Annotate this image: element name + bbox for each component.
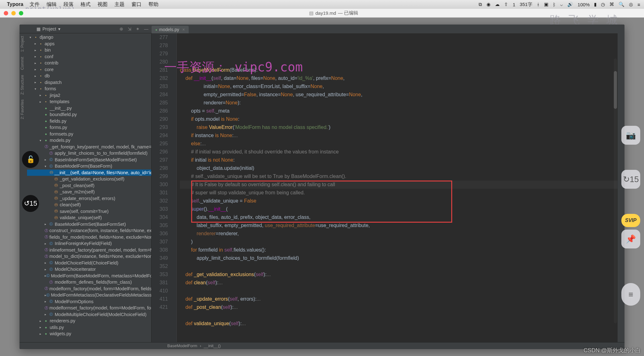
tree-item[interactable]: ⒸModelForm(BaseModelForm, metaclass=Mode… [27,273,151,279]
code-line[interactable]: def _post_clean(self):... [180,303,618,311]
bluetooth-icon[interactable]: ᛒ [553,2,556,7]
code-line[interactable]: initial=None, error_class=ErrorList, lab… [180,82,618,91]
svip-badge[interactable]: SVIP [621,214,640,227]
siri-icon[interactable]: ◎ [629,2,633,7]
tree-item[interactable]: ▪core [27,66,151,73]
editor-tab-models[interactable]: ● models.py × [152,26,189,33]
code-line[interactable]: opts = self._meta [180,107,618,115]
code-line[interactable]: object_data.update(initial) [180,164,618,172]
battery-icon[interactable]: ▮ [594,2,597,7]
menu-format[interactable]: 格式 [80,1,91,8]
chevron-right-icon[interactable] [35,61,38,65]
code-line[interactable]: # It is False by default so overriding s… [180,181,618,189]
chevron-right-icon[interactable] [45,268,48,271]
tree-item[interactable]: ⓕapply_limit_choices_to_to_formfield(for… [27,150,151,157]
menu-window[interactable]: 窗口 [131,1,142,8]
menu-help[interactable]: 帮助 [148,1,158,8]
tree-item[interactable]: ⒸModelFormMetaclass(DeclarativeFieldsMet… [27,292,151,298]
spotlight-icon[interactable]: 🔍 [619,2,625,7]
tree-item[interactable]: ⓜvalidate_unique(self) [27,214,151,221]
code-line[interactable]: self._validate_unique = False [180,197,618,205]
chevron-right-icon[interactable] [35,74,38,78]
window-minimize-button[interactable] [11,11,16,15]
code-line[interactable]: empty_permitted=False, instance=None, us… [180,91,618,99]
code-line[interactable]: data, files, auto_id, prefix, object_dat… [180,213,618,221]
camera-button[interactable]: 📷 [621,126,640,145]
code-area[interactable]: class BaseModelForm(BaseForm): def __ini… [177,33,618,342]
chevron-right-icon[interactable] [40,100,43,103]
chevron-right-icon[interactable] [45,242,48,245]
tree-item[interactable]: ⒸBaseModelForm(BaseForm) [27,163,151,170]
tree-item[interactable]: ⒸBaseInlineFormSet(BaseModelFormSet) [27,157,151,163]
fold-column[interactable] [172,33,177,342]
chevron-down-icon[interactable] [30,36,33,39]
code-line[interactable]: apply_limit_choices_to_to_formfield(form… [180,254,618,262]
chevron-right-icon[interactable] [40,325,43,329]
tree-item[interactable]: ⓕmodel_to_dict(instance, fields=None, ex… [27,253,151,260]
code-line[interactable]: def __init__(self, data=None, files=None… [180,74,618,82]
tree-item[interactable]: ●widgets.py [27,331,151,337]
rail-favorites[interactable]: 2: Favorites [20,100,26,120]
upload-icon[interactable]: ⇧ [504,2,508,7]
tree-item[interactable]: ●models.py [27,137,151,144]
chevron-right-icon[interactable] [35,48,38,52]
vpn-icon[interactable]: ▣ [544,2,548,7]
tree-item[interactable]: ⓜ_get_validation_exclusions(self) [27,176,151,182]
code-line[interactable]: label_suffix, empty_permitted, use_requi… [180,221,618,230]
rail-project[interactable]: 1: Project [20,36,26,52]
code-line[interactable] [180,311,618,320]
code-line[interactable]: if opts.model is None: [180,115,618,123]
tree-item[interactable]: ⓕmodelformset_factory(model, form=ModelF… [27,305,151,311]
chevron-right-icon[interactable] [40,332,43,336]
tree-item[interactable]: ⓜclean(self) [27,202,151,208]
tree-item[interactable]: ▪jinja2 [27,92,151,99]
tree-item[interactable]: ▪contrib [27,60,151,66]
rail-structure[interactable]: Z: Structure [20,75,26,95]
tree-item[interactable]: ●fields.py [27,118,151,125]
tree-item[interactable]: ⓕmodelform_defines_fields(form_class) [27,279,151,286]
ime-badge[interactable]: 1 [513,2,515,7]
breadcrumb-method[interactable]: __init__() [204,343,221,348]
wifi-icon[interactable]: ⌵ [560,2,563,7]
code-editor[interactable]: 2772782792802812822832842852862902932942… [152,33,618,342]
close-tab-icon[interactable]: × [182,27,185,32]
chevron-right-icon[interactable] [40,319,43,323]
code-line[interactable]: class BaseModelForm(BaseForm): [180,66,618,74]
screenrec-icon[interactable]: ⧉ [479,2,482,7]
tree-item[interactable]: ⓕinlineformset_factory(parent_model, mod… [27,247,151,253]
list-button[interactable]: ≡ [621,283,640,306]
tree-item[interactable]: ▪django [27,34,151,41]
project-tree[interactable]: ▪django▪apps▪bin▪conf▪contrib▪core▪db▪di… [27,33,152,342]
tree-item[interactable]: ▪conf [27,53,151,60]
code-line[interactable]: if initial is not None: [180,156,618,164]
pin-button[interactable]: 📌 [621,230,640,248]
code-line[interactable]: else:... [180,140,618,148]
code-line[interactable]: def _get_validation_exclusions(self):... [180,270,618,279]
tree-item[interactable]: ▪templates [27,98,151,105]
expand-icon[interactable]: ⇲ [128,26,131,31]
tree-item[interactable]: ⓕ_get_foreign_key(parent_model, model, f… [27,144,151,150]
chevron-right-icon[interactable] [35,55,38,58]
cloud-icon[interactable]: ☁ [495,2,500,7]
tree-item[interactable]: ▪forms [27,86,151,92]
chevron-right-icon[interactable] [35,68,38,71]
code-line[interactable]: ) [180,238,618,246]
chevron-right-icon[interactable] [45,158,48,161]
tree-item[interactable]: ⓜ_post_clean(self) [27,182,151,189]
volume-icon[interactable]: 🔊 [567,2,573,7]
code-line[interactable]: renderer=renderer, [180,230,618,238]
code-line[interactable]: if instance is None:... [180,131,618,140]
tree-item[interactable]: ⓜsave(self, commit=True) [27,208,151,215]
code-line[interactable]: # super will stop validate_unique from b… [180,189,618,197]
tree-item[interactable]: ▪apps [27,41,151,47]
tree-item[interactable]: ⒸModelChoiceIterator [27,266,151,273]
chevron-right-icon[interactable] [40,93,43,97]
tree-item[interactable]: ⓕfields_for_model(model, fields=None, ex… [27,234,151,241]
editor-scrollbar[interactable] [614,58,617,323]
notification-icon[interactable]: ≡ [637,2,640,7]
code-line[interactable]: def _update_errors(self, errors):... [180,295,618,303]
wechat-icon[interactable]: ◉ [486,2,491,7]
code-line[interactable]: # if initial was provided, it should ove… [180,148,618,156]
tree-item[interactable]: ▪dispatch [27,79,151,86]
tree-item[interactable]: ⓜ_save_m2m(self) [27,189,151,195]
